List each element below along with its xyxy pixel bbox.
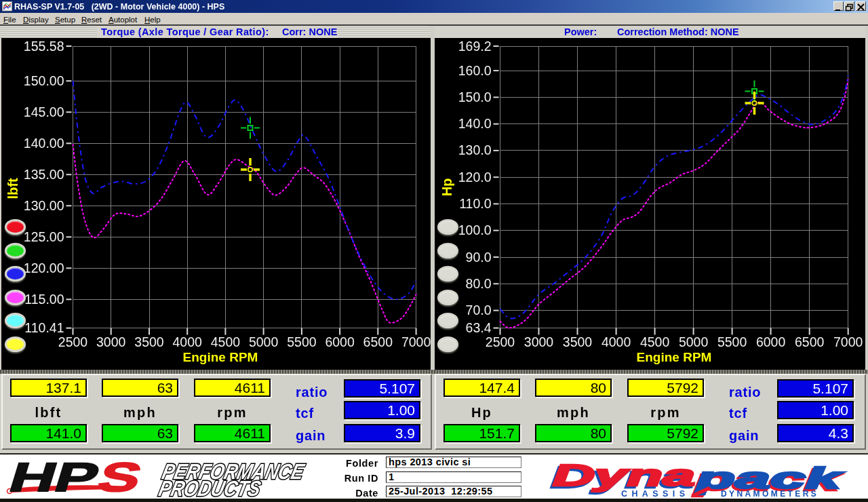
svg-text:7000: 7000 <box>401 334 431 349</box>
svg-text:110.41: 110.41 <box>24 320 64 335</box>
svg-text:135.00: 135.00 <box>24 167 64 182</box>
svg-text:3000: 3000 <box>524 334 554 349</box>
svg-text:90.0: 90.0 <box>466 250 492 265</box>
svg-text:70.0: 70.0 <box>466 303 492 317</box>
svg-text:lbft: lbft <box>5 178 20 199</box>
svg-text:155.58: 155.58 <box>24 39 64 54</box>
svg-text:130.00: 130.00 <box>24 198 64 213</box>
svg-text:145.00: 145.00 <box>24 104 64 119</box>
svg-text:169.2: 169.2 <box>458 39 492 54</box>
svg-text:6000: 6000 <box>325 334 355 349</box>
svg-text:PRODUCTS: PRODUCTS <box>157 476 264 501</box>
svg-text:140.00: 140.00 <box>24 136 64 151</box>
svg-text:4500: 4500 <box>640 334 670 349</box>
svg-text:125.00: 125.00 <box>24 229 64 244</box>
svg-text:4000: 4000 <box>173 334 203 349</box>
svg-text:6500: 6500 <box>363 334 393 349</box>
svg-text:80.0: 80.0 <box>466 276 492 291</box>
svg-text:2500: 2500 <box>58 334 88 349</box>
svg-text:120.00: 120.00 <box>24 260 64 275</box>
svg-text:DYNAMOMETERS: DYNAMOMETERS <box>721 489 818 499</box>
svg-text:5500: 5500 <box>287 334 317 349</box>
svg-text:100.0: 100.0 <box>458 223 492 237</box>
svg-text:CHASSIS: CHASSIS <box>621 489 689 499</box>
svg-text:4500: 4500 <box>211 334 241 349</box>
svg-text:4000: 4000 <box>601 334 631 349</box>
svg-text:5000: 5000 <box>249 334 279 349</box>
svg-text:3500: 3500 <box>134 334 164 349</box>
svg-text:63.4: 63.4 <box>466 320 492 335</box>
svg-text:140.0: 140.0 <box>458 116 492 131</box>
svg-text:5500: 5500 <box>717 334 747 349</box>
svg-text:HP: HP <box>4 454 105 499</box>
svg-text:Dyna: Dyna <box>553 459 695 492</box>
svg-text:Hp: Hp <box>439 178 454 197</box>
svg-text:115.00: 115.00 <box>24 292 64 307</box>
svg-text:6000: 6000 <box>756 334 786 349</box>
svg-text:Engine RPM: Engine RPM <box>183 350 258 364</box>
svg-text:3500: 3500 <box>563 334 593 349</box>
svg-text:160.0: 160.0 <box>458 63 492 78</box>
svg-text:6500: 6500 <box>795 334 825 349</box>
svg-text:120.0: 120.0 <box>458 170 492 185</box>
svg-text:2500: 2500 <box>486 334 515 349</box>
svg-text:130.0: 130.0 <box>458 142 492 157</box>
svg-text:150.0: 150.0 <box>458 90 492 104</box>
svg-text:7000: 7000 <box>833 334 863 349</box>
svg-text:3000: 3000 <box>96 334 126 349</box>
svg-text:150.00: 150.00 <box>24 73 64 88</box>
svg-text:Engine RPM: Engine RPM <box>637 350 712 364</box>
svg-text:5000: 5000 <box>679 334 709 349</box>
svg-text:110.0: 110.0 <box>459 196 492 211</box>
